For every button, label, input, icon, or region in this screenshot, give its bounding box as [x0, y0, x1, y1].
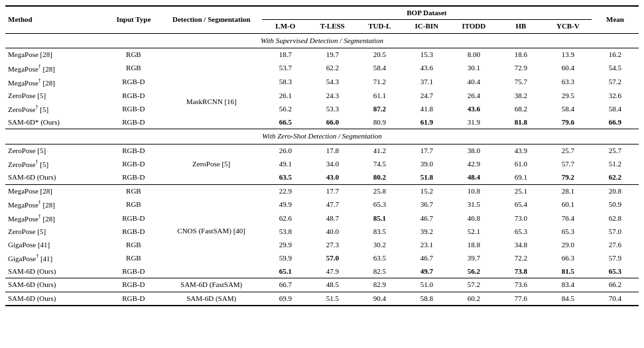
- ycbv-cell: 13.9: [545, 48, 592, 62]
- ycbv-cell: 83.4: [545, 278, 592, 292]
- hb-cell: 38.2: [497, 89, 545, 102]
- ycbv-cell: 58.4: [545, 102, 592, 116]
- lmo-cell: 69.9: [262, 292, 309, 306]
- tudl-cell: 82.9: [356, 278, 403, 292]
- table-row: ZeroPose [5] RGB-D 53.8 40.0 83.5 39.2 5…: [5, 225, 639, 238]
- tless-cell: 57.0: [309, 251, 356, 265]
- itodd-cell: 38.0: [450, 144, 497, 157]
- icbin-cell: 36.7: [403, 198, 450, 211]
- tless-cell: 54.3: [309, 76, 356, 89]
- ycbv-cell: 63.3: [545, 76, 592, 89]
- mean-cell: 62.8: [592, 211, 639, 225]
- header-itodd: ITODD: [450, 20, 497, 33]
- method-cell: SAM-6D* (Ours): [5, 116, 106, 129]
- method-cell: ZeroPose [5]: [5, 144, 106, 157]
- ycbv-cell: 81.5: [545, 265, 592, 278]
- mean-cell: 65.3: [592, 265, 639, 278]
- tudl-cell: 20.5: [356, 48, 403, 62]
- itodd-cell: 57.2: [450, 278, 497, 292]
- tudl-cell: 61.1: [356, 89, 403, 102]
- icbin-cell: 37.1: [403, 76, 450, 89]
- mean-cell: 51.2: [592, 157, 639, 171]
- table-row: MegaPose [28] RGB CNOS (FastSAM) [40] 22…: [5, 185, 639, 198]
- hb-cell: 75.7: [497, 76, 545, 89]
- lmo-cell: 49.1: [262, 157, 309, 171]
- mean-cell: 57.0: [592, 225, 639, 238]
- tudl-cell: 90.4: [356, 292, 403, 306]
- itodd-cell: 31.9: [450, 116, 497, 129]
- mean-cell: 62.2: [592, 171, 639, 184]
- tless-cell: 51.5: [309, 292, 356, 306]
- input-cell: RGB-D: [106, 144, 161, 157]
- table-row: MegaPose† [28] RGB 49.9 47.7 65.3 36.7 3…: [5, 198, 639, 211]
- mean-cell: 20.8: [592, 185, 639, 198]
- header-tudl: TUD-L: [356, 20, 403, 33]
- tless-cell: 27.3: [309, 239, 356, 251]
- table-row: MegaPose [28] RGB 18.7 19.7 20.5 15.3 8.…: [5, 48, 639, 62]
- input-cell: RGB-D: [106, 157, 161, 171]
- hb-cell: 73.8: [497, 265, 545, 278]
- header-bop-dataset: BOP Dataset: [262, 6, 592, 20]
- tudl-cell: 71.2: [356, 76, 403, 89]
- hb-cell: 34.8: [497, 239, 545, 251]
- table-row: ZeroPose [5] RGB-D ZeroPose [5] 26.0 17.…: [5, 144, 639, 157]
- tless-cell: 34.0: [309, 157, 356, 171]
- tudl-cell: 83.5: [356, 225, 403, 238]
- method-cell: SAM-6D (Ours): [5, 292, 106, 306]
- icbin-cell: 43.6: [403, 62, 450, 76]
- lmo-cell: 66.7: [262, 278, 309, 292]
- itodd-cell: 60.2: [450, 292, 497, 306]
- input-cell: RGB: [106, 185, 161, 198]
- hb-cell: 72.9: [497, 62, 545, 76]
- method-cell: MegaPose [28]: [5, 185, 106, 198]
- table-row: SAM-6D (Ours) RGB-D 63.5 43.0 80.2 51.8 …: [5, 171, 639, 184]
- icbin-cell: 49.7: [403, 265, 450, 278]
- icbin-cell: 23.1: [403, 239, 450, 251]
- hb-cell: 61.0: [497, 157, 545, 171]
- tudl-cell: 85.1: [356, 211, 403, 225]
- method-cell: MegaPose [28]: [5, 48, 106, 62]
- icbin-cell: 61.9: [403, 116, 450, 129]
- det-cell: SAM-6D (SAM): [161, 292, 262, 306]
- lmo-cell: 56.2: [262, 102, 309, 116]
- table-row: MegaPose† [28] RGB-D MaskRCNN [16] 58.3 …: [5, 76, 639, 89]
- icbin-cell: 17.7: [403, 144, 450, 157]
- method-cell: ZeroPose† [5]: [5, 102, 106, 116]
- ycbv-cell: 79.2: [545, 171, 592, 184]
- itodd-cell: 39.7: [450, 251, 497, 265]
- tless-cell: 43.0: [309, 171, 356, 184]
- ycbv-cell: 25.7: [545, 144, 592, 157]
- header-icbin: IC-BIN: [403, 20, 450, 33]
- icbin-cell: 46.7: [403, 251, 450, 265]
- lmo-cell: 66.5: [262, 116, 309, 129]
- table-row: MegaPose† [28] RGB-D 62.6 48.7 85.1 46.7…: [5, 211, 639, 225]
- ycbv-cell: 76.4: [545, 211, 592, 225]
- input-cell: RGB: [106, 251, 161, 265]
- ycbv-cell: 60.4: [545, 62, 592, 76]
- hb-cell: 25.1: [497, 185, 545, 198]
- section1-header: With Supervised Detection / Segmentation: [5, 33, 639, 48]
- hb-cell: 65.3: [497, 225, 545, 238]
- method-cell: MegaPose† [28]: [5, 62, 106, 76]
- tudl-cell: 30.2: [356, 239, 403, 251]
- method-cell: ZeroPose [5]: [5, 89, 106, 102]
- icbin-cell: 51.0: [403, 278, 450, 292]
- itodd-cell: 56.2: [450, 265, 497, 278]
- method-cell: GigaPose† [41]: [5, 251, 106, 265]
- table-row: GigaPose [41] RGB 29.9 27.3 30.2 23.1 18…: [5, 239, 639, 251]
- ycbv-cell: 66.3: [545, 251, 592, 265]
- ycbv-cell: 84.5: [545, 292, 592, 306]
- table-row: MegaPose† [28] RGB 53.7 62.2 58.4 43.6 3…: [5, 62, 639, 76]
- itodd-cell: 31.5: [450, 198, 497, 211]
- method-cell: MegaPose† [28]: [5, 198, 106, 211]
- hb-cell: 18.6: [497, 48, 545, 62]
- tless-cell: 17.7: [309, 185, 356, 198]
- icbin-cell: 51.8: [403, 171, 450, 184]
- tudl-cell: 63.5: [356, 251, 403, 265]
- lmo-cell: 53.8: [262, 225, 309, 238]
- mean-cell: 66.9: [592, 116, 639, 129]
- input-cell: RGB-D: [106, 211, 161, 225]
- icbin-cell: 58.8: [403, 292, 450, 306]
- hb-cell: 73.6: [497, 278, 545, 292]
- itodd-cell: 42.9: [450, 157, 497, 171]
